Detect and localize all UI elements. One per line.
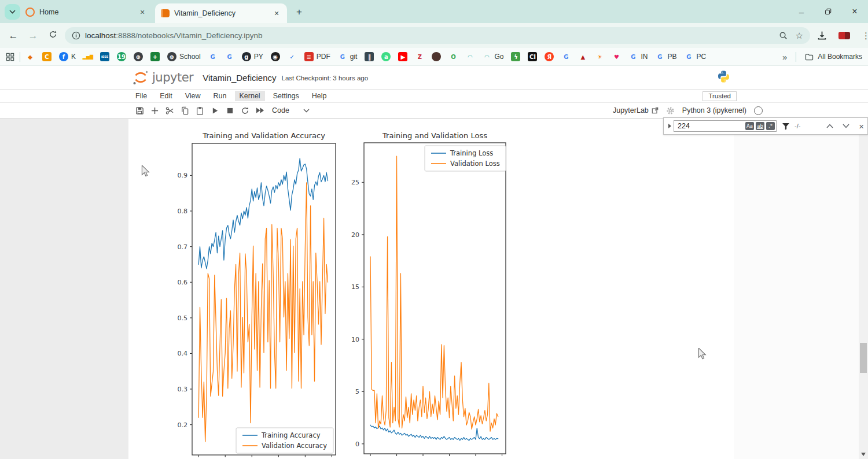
gear-icon[interactable] xyxy=(666,106,675,115)
bookmark-github-py[interactable]: gPY xyxy=(242,52,263,61)
tab-title: Vitamin_Deficiency xyxy=(174,9,236,17)
trusted-button[interactable]: Trusted xyxy=(703,91,737,101)
menu-help[interactable]: Help xyxy=(307,91,332,101)
scrollbar-down-icon[interactable] xyxy=(861,453,866,456)
bookmark-blue-check[interactable]: ✓ xyxy=(288,52,297,61)
menu-run[interactable]: Run xyxy=(209,91,231,101)
bookmark-green-cross[interactable]: + xyxy=(150,52,160,61)
bookmark-globe-dark[interactable]: ⊕ xyxy=(134,52,143,61)
bookmark-analytics[interactable]: ▂▅▇ xyxy=(83,52,93,61)
bookmark-sun[interactable]: ☀ xyxy=(595,52,604,61)
tab-search-button[interactable] xyxy=(5,4,20,20)
bookmark-google-pc[interactable]: GPC xyxy=(684,52,706,61)
bookmark-lightning[interactable]: ϟ xyxy=(511,52,520,61)
bookmark-google-pb[interactable]: GPB xyxy=(655,52,676,61)
bookmark-pdf[interactable]: ≡PDF xyxy=(304,52,330,61)
bookmark-bars-dark[interactable]: ‖ xyxy=(365,52,374,61)
notebook-toolbar: Code JupyterLab Python 3 (ipykernel) xyxy=(0,103,868,119)
bookmark-star-icon[interactable]: ☆ xyxy=(796,31,803,41)
interrupt-kernel-button[interactable] xyxy=(222,104,237,117)
tab-close-icon[interactable]: × xyxy=(272,9,281,18)
filter-icon[interactable] xyxy=(782,123,790,130)
cut-cell-button[interactable] xyxy=(162,104,177,117)
reload-icon[interactable] xyxy=(43,30,62,42)
add-cell-button[interactable] xyxy=(147,104,162,117)
match-case-toggle[interactable]: Aa xyxy=(745,122,754,130)
tab-home[interactable]: Home × xyxy=(20,5,153,20)
svg-text:0.9: 0.9 xyxy=(178,172,188,179)
menu-edit[interactable]: Edit xyxy=(155,91,177,101)
bookmark-red-peak[interactable]: ▲ xyxy=(578,52,587,61)
search-input[interactable]: 224 Aa ab .* xyxy=(674,120,777,132)
bookmark-yandex[interactable]: Я xyxy=(545,52,554,61)
copy-cell-button[interactable] xyxy=(177,104,192,117)
regex-toggle[interactable]: .* xyxy=(766,122,775,130)
bookmark-orange-app[interactable]: C xyxy=(42,52,52,61)
bookmark-ieee[interactable]: IEEE xyxy=(100,52,109,61)
bookmark-kite[interactable]: ◆ xyxy=(25,52,35,61)
tab-close-icon[interactable]: × xyxy=(138,8,147,17)
restart-kernel-button[interactable] xyxy=(237,104,252,117)
bookmark-youtube[interactable]: ▶ xyxy=(398,52,407,61)
bookmarks-overflow-chevron[interactable]: » xyxy=(782,52,787,62)
previous-match-icon[interactable] xyxy=(826,124,833,128)
bookmark-dark-oval[interactable] xyxy=(432,52,441,61)
bookmark-globe-school[interactable]: ⊕School xyxy=(167,52,201,61)
cell-type-chevron-icon[interactable] xyxy=(303,109,310,113)
chevron-down-icon xyxy=(9,10,16,14)
paste-cell-button[interactable] xyxy=(192,104,207,117)
zoom-icon[interactable] xyxy=(779,31,788,40)
scrollbar-thumb[interactable] xyxy=(860,343,867,373)
next-match-icon[interactable] xyxy=(843,124,849,128)
whole-word-toggle[interactable]: ab xyxy=(756,122,764,130)
bookmark-green-19[interactable]: 19 xyxy=(117,52,126,61)
downloads-icon[interactable] xyxy=(817,31,827,40)
bookmark-google-1[interactable]: G xyxy=(208,52,218,61)
bookmark-green-ring[interactable]: O xyxy=(448,52,458,61)
window-minimize-button[interactable]: – xyxy=(788,0,815,23)
analytics-favicon-icon: ▂▅▇ xyxy=(83,52,93,61)
red-peak-favicon-icon: ▲ xyxy=(578,52,587,61)
bookmark-zotero[interactable]: Z xyxy=(415,52,424,61)
cell-type-select[interactable]: Code xyxy=(272,106,289,114)
bookmark-google-2[interactable]: G xyxy=(225,52,234,61)
jupyter-wordmark[interactable]: jupyter xyxy=(152,71,193,84)
page-scrollbar[interactable] xyxy=(859,119,868,459)
bookmark-dark-disc[interactable]: ◉ xyxy=(271,52,280,61)
extension-icon[interactable] xyxy=(838,32,850,39)
bookmark-ci[interactable]: CI xyxy=(528,52,537,61)
back-icon[interactable]: ← xyxy=(3,30,23,42)
notebook-title[interactable]: Vitamin_Deficiency xyxy=(203,73,276,83)
save-button[interactable] xyxy=(132,104,147,117)
bookmark-google-in[interactable]: GIN xyxy=(628,52,648,61)
menu-view[interactable]: View xyxy=(181,91,205,101)
menu-file[interactable]: File xyxy=(131,91,152,101)
run-cell-button[interactable] xyxy=(207,104,222,117)
menu-settings[interactable]: Settings xyxy=(269,91,304,101)
bookmark-teal-go[interactable]: ◠Go xyxy=(482,52,503,61)
menu-kernel[interactable]: Kernel xyxy=(235,91,265,101)
browser-menu-icon[interactable]: ⋮ xyxy=(862,31,868,41)
bookmark-teal-swirl[interactable]: ◠ xyxy=(465,52,475,61)
find-expand-icon[interactable] xyxy=(668,124,671,128)
bookmark-heart[interactable]: ♥ xyxy=(612,52,621,61)
bookmark-android[interactable]: a xyxy=(381,52,391,61)
all-bookmarks-button[interactable]: All Bookmarks xyxy=(805,53,862,61)
tab-vitamin-deficiency[interactable]: Vitamin_Deficiency × xyxy=(155,3,287,23)
google-in-favicon-icon: G xyxy=(628,52,638,61)
forward-icon[interactable]: → xyxy=(23,30,43,42)
apps-grid-icon[interactable] xyxy=(6,53,14,61)
open-in-jupyterlab-link[interactable]: JupyterLab xyxy=(613,106,659,114)
new-tab-button[interactable]: + xyxy=(292,5,307,20)
window-maximize-button[interactable] xyxy=(815,0,841,23)
bookmark-facebook[interactable]: fK xyxy=(59,52,76,61)
close-find-icon[interactable]: × xyxy=(859,122,864,131)
site-info-icon[interactable] xyxy=(72,31,80,40)
kernel-name-label[interactable]: Python 3 (ipykernel) xyxy=(682,106,746,114)
window-close-button[interactable]: × xyxy=(841,0,868,23)
bookmark-google-3[interactable]: G xyxy=(561,52,571,61)
restart-run-all-button[interactable] xyxy=(252,104,267,117)
bookmark-google-git[interactable]: Ggit xyxy=(338,52,358,61)
url-field[interactable]: localhost:8888/notebooks/Vitamin_Deficie… xyxy=(65,27,810,44)
bookmark-label: K xyxy=(71,53,76,61)
